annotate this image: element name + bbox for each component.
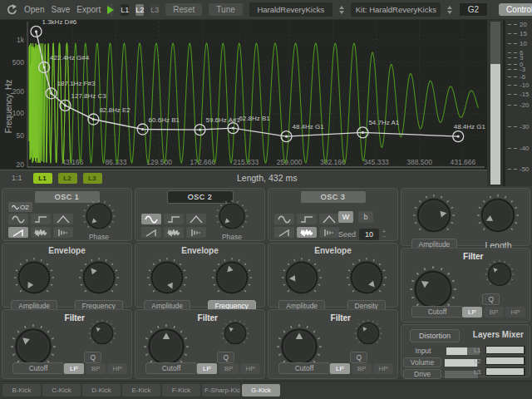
noise-wave-button[interactable] [31,227,51,238]
osc2-q-label-button[interactable]: Q [217,352,234,363]
seed-spinner[interactable]: +− [382,229,386,239]
master-length-knob[interactable] [476,194,520,237]
undo-icon[interactable] [5,3,17,16]
square-wave-button[interactable] [297,214,317,224]
noise-wave-button[interactable] [164,227,184,238]
graph-layer-l3-button[interactable]: L3 [83,173,102,184]
saw-wave-button[interactable] [8,227,28,238]
osc2-highpass-button[interactable]: HP [240,363,260,374]
impulse-wave-button[interactable] [186,227,206,238]
play-button[interactable] [107,3,114,17]
saw-wave-button[interactable] [274,227,294,238]
osc3-envelope-amplitude-knob[interactable] [281,257,323,298]
osc1-filter-q-knob[interactable] [88,319,116,347]
graph-layer-l2-button[interactable]: L2 [58,173,77,184]
mixer-l3-bar[interactable] [485,367,525,376]
meter-scale-tick: -50 [508,166,530,173]
osc2-cutoff-label-button[interactable]: Cutoff [145,362,197,374]
osc1-cutoff-label-button[interactable]: Cutoff [12,362,64,374]
sine-wave-button[interactable] [8,214,28,224]
drive-label-button[interactable]: Drive [403,369,441,379]
save-button[interactable]: Save [51,5,70,14]
osc2-phase-knob[interactable] [215,200,249,233]
osc1-highpass-button[interactable]: HP [107,363,127,374]
kit-tab-f-sharp-kick[interactable]: F-Sharp-Kick [202,384,240,397]
sine-wave-button[interactable] [274,214,294,224]
kit-tab-f-kick[interactable]: F-Kick [162,384,200,397]
volume-label-button[interactable]: Volume [403,357,441,367]
graph-layer-l1-button[interactable]: L1 [33,173,52,184]
preset-name-field[interactable]: HaraldReveryKicks [249,2,332,17]
master-highpass-button[interactable]: HP [505,307,525,318]
osc2-envelope-amplitude-knob[interactable] [146,257,188,298]
triangle-wave-button[interactable] [53,214,73,224]
osc2-bandpass-button[interactable]: BP [219,363,239,374]
preset-spinner[interactable] [339,6,344,14]
open-button[interactable]: Open [24,5,44,14]
mixer-l1-bar[interactable] [485,346,525,354]
seed-value-field[interactable]: 10 [359,229,379,240]
master-q-label-button[interactable]: Q [482,293,500,305]
impulse-wave-button[interactable] [53,227,73,238]
frequency-envelope-graph[interactable]: 1k500200100502043.16686.333129.500172.66… [0,20,487,170]
kit-spinner[interactable] [447,6,452,14]
meter-scale-tick: 10 [508,40,527,47]
osc2-lowpass-button[interactable]: LP [197,363,217,374]
kit-tab-e-kick[interactable]: E-Kick [122,384,160,397]
osc3-cutoff-label-button[interactable]: Cutoff [278,362,330,374]
impulse-wave-button[interactable] [319,227,339,238]
kit-tab-b-kick[interactable]: B-Kick [2,384,41,397]
osc3-envelope-density-knob[interactable] [346,257,387,298]
export-button[interactable]: Export [76,5,101,14]
mixer-l2-bar[interactable] [485,357,525,365]
master-cutoff-label-button[interactable]: Cutoff [411,306,463,318]
note-display[interactable]: G2 [459,2,488,17]
svg-text:60.6Hz B1: 60.6Hz B1 [149,116,180,124]
noise-wave-button[interactable] [297,227,317,238]
master-bandpass-button[interactable]: BP [484,307,504,318]
master-amplitude-knob[interactable] [412,194,456,237]
osc3-q-label-button[interactable]: Q [350,352,367,363]
osc3-bandpass-button[interactable]: BP [352,363,372,374]
route-to-osc2-button[interactable]: O2 [8,202,32,212]
sine-wave-button[interactable] [141,214,161,224]
input-label: Input [403,346,443,356]
layer-l2-button[interactable]: L2 [135,4,144,16]
square-wave-button[interactable] [164,214,184,224]
meter-scale-tick: -15 [508,91,530,97]
volume-slider[interactable] [445,359,478,367]
osc1-q-label-button[interactable]: Q [84,352,101,363]
osc3-filter-q-knob[interactable] [354,319,382,347]
distortion-button[interactable]: Distortion [410,329,460,342]
osc3-highpass-button[interactable]: HP [373,363,393,374]
osc3-lowpass-button[interactable]: LP [330,363,350,374]
triangle-wave-button[interactable] [186,214,206,224]
brown-noise-button[interactable]: b [358,211,373,223]
osc1-lowpass-button[interactable]: LP [64,363,84,374]
master-filter-q-knob[interactable] [485,259,515,289]
osc2-filter-q-knob[interactable] [221,319,249,347]
layer-l3-button[interactable]: L3 [150,4,159,16]
kit-name-field[interactable]: Kit: HaraldReveryKicks [351,2,441,17]
zoom-ratio-label[interactable]: 1:1 [12,174,22,182]
tune-button[interactable]: Tune [209,3,242,16]
osc1-phase-knob[interactable] [82,200,116,233]
kit-tab-d-kick[interactable]: D-Kick [82,384,121,397]
osc1-bandpass-button[interactable]: BP [86,363,106,374]
osc1-envelope-amplitude-knob[interactable] [13,257,55,298]
osc2-envelope-frequency-knob[interactable] [211,257,253,298]
meter-scale-tick: -3 [508,66,525,73]
tab-controls[interactable]: Controls [499,3,532,16]
osc1-envelope-frequency-knob[interactable] [78,257,120,298]
reset-button[interactable]: Reset [165,3,202,16]
square-wave-button[interactable] [31,214,51,224]
triangle-wave-button[interactable] [319,214,339,224]
layer-l1-button[interactable]: L1 [121,4,129,16]
kit-tab-c-kick[interactable]: C-Kick [42,384,81,397]
osc3-header[interactable]: OSC 3 [301,191,366,203]
master-lowpass-button[interactable]: LP [462,307,482,318]
drive-slider[interactable] [445,371,478,378]
white-noise-button[interactable]: W [338,211,353,223]
kit-tab-g-kick[interactable]: G-Kick [242,384,280,397]
saw-wave-button[interactable] [141,227,161,238]
